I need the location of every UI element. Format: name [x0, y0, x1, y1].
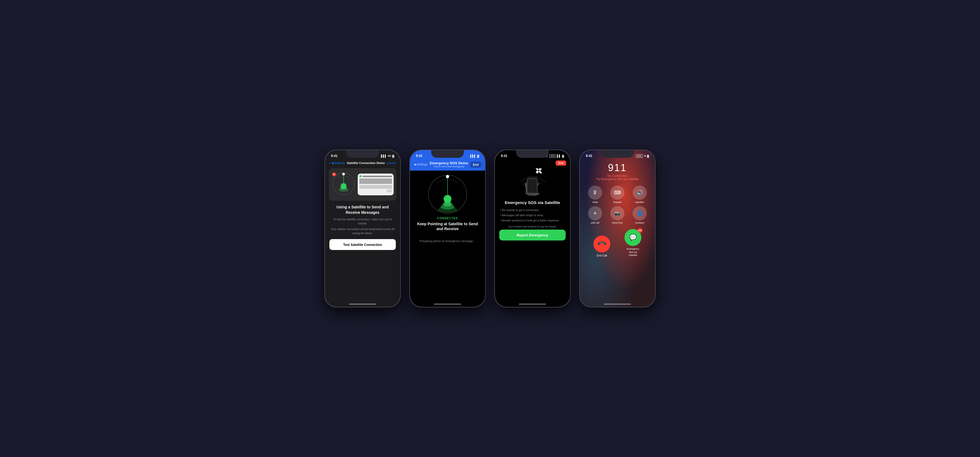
signal-icon: ▌▌▌	[381, 154, 387, 157]
location-icon: ▲	[546, 154, 548, 157]
cancel-button[interactable]: Cancel	[387, 161, 396, 165]
time-2: 9:41	[416, 154, 423, 158]
demo-card: ✕	[329, 168, 396, 201]
keypad-control[interactable]: ⌨ keypad	[608, 186, 627, 203]
time-4: 9:41	[586, 154, 592, 158]
bullets-area: • Be outside to get a connection. • Mess…	[495, 208, 570, 222]
mockup-top	[360, 175, 392, 177]
sos-circle-wrap: 💬 SOS	[624, 229, 641, 246]
back-arrow-icon: ‹	[329, 161, 331, 165]
home-indicator-3	[519, 303, 546, 305]
add-call-icon: +	[588, 206, 602, 221]
connected-label: CONNECTED	[410, 217, 485, 220]
phone3-title: Emergency SOS via Satellite	[499, 200, 566, 205]
contacts-label: contacts	[635, 221, 644, 224]
status-bar-4: 9:41 SOS ✕ ▓	[580, 150, 655, 160]
phone-side-btn	[485, 188, 486, 207]
back-label: ◀ Settings	[331, 161, 345, 165]
mute-control[interactable]: 🎙 mute	[585, 186, 605, 203]
svg-point-7	[446, 175, 449, 178]
battery-icon-4: ▓	[647, 154, 649, 157]
end-button-3[interactable]: End	[555, 160, 566, 166]
network-badge: 5G	[388, 154, 391, 157]
end-btn-area: End	[495, 160, 570, 166]
signal-x-icon: ✕	[644, 154, 646, 157]
signal-icon-2: ▌▌▌	[470, 154, 476, 157]
screen-2: 9:41 ▌▌▌ ▓ ◀ Settings Emergency SOS Demo…	[410, 150, 485, 307]
contacts-icon: 👤	[633, 206, 647, 221]
satellite-circle: ✕	[332, 172, 356, 197]
speaker-label: speaker	[635, 201, 644, 203]
end-button-2[interactable]: End	[470, 162, 481, 168]
text-section-1: Using a Satellite to Send and Receive Me…	[325, 202, 400, 236]
svg-rect-13	[528, 179, 536, 194]
sos-icon: SOS	[549, 154, 556, 158]
mute-icon: 🎙	[588, 186, 602, 200]
add-call-control[interactable]: + add call	[585, 206, 605, 224]
try-satellite-label: Try Emergency Text via Satellite	[580, 177, 655, 181]
contacts-control[interactable]: 👤 contacts	[630, 206, 649, 224]
screen-4: 9:41 SOS ✕ ▓ 911 No Connection Try Emerg…	[580, 150, 655, 307]
status-bar-3: 9:41 ▲ SOS ▌▌ ▓	[495, 150, 570, 160]
scene: 9:41 ▌▌▌ 5G ▓ ‹ ◀ Settings Satellite Con…	[313, 139, 667, 318]
phone1-body1: To test the satellite connection, make s…	[329, 217, 396, 225]
time-1: 9:41	[331, 154, 337, 158]
emergency-title-area: Emergency SOS Demo This is not a real em…	[428, 161, 470, 168]
speaker-control[interactable]: 🔊 speaker	[630, 186, 649, 203]
blue-header: 9:41 ▌▌▌ ▓ ◀ Settings Emergency SOS Demo…	[410, 150, 485, 171]
status-bar-2: 9:41 ▌▌▌ ▓	[410, 150, 485, 160]
call-number: 911	[580, 162, 655, 173]
end-call-button[interactable]: 📞 End Call	[593, 236, 610, 257]
bar	[362, 176, 392, 177]
call-controls: 🎙 mute ⌨ keypad 🔊 speaker + add call	[580, 181, 655, 227]
back-button[interactable]: ‹ ◀ Settings	[329, 161, 345, 165]
phone2-sub: Preparing demo of emergency message...	[414, 240, 481, 243]
facetime-label: FaceTime	[612, 221, 623, 224]
facetime-icon: 📷	[610, 206, 624, 221]
bullet-3: • Answer questions to help get a faster …	[500, 219, 565, 222]
hand-satellite-svg	[515, 168, 550, 198]
back-settings[interactable]: ◀ Settings	[414, 163, 428, 166]
phone-side-btn	[409, 190, 410, 203]
no-connection-label: No Connection	[580, 174, 655, 177]
status-bar-1: 9:41 ▌▌▌ 5G ▓	[325, 150, 400, 160]
close-badge: ✕	[332, 173, 336, 176]
call-number-area: 911 No Connection Try Emergency Text via…	[580, 162, 655, 181]
battery-icon-3: ▓	[562, 154, 564, 157]
location-note: Your location and Medical ID may be shar…	[495, 225, 570, 228]
status-icons-3: ▲ SOS ▌▌ ▓	[546, 154, 564, 158]
phone-side-btn	[570, 188, 571, 207]
report-btn-label: Report Emergency	[517, 233, 548, 237]
sos-badge-icon: SOS	[638, 228, 643, 233]
end-call-icon: 📞	[590, 232, 614, 256]
emergency-sub: This is not a real emergency	[428, 165, 470, 168]
keypad-icon: ⌨	[610, 186, 624, 200]
signal-icon-3: ▌▌	[557, 154, 561, 157]
emergency-bar: ◀ Settings Emergency SOS Demo This is no…	[410, 160, 485, 171]
btn-area	[360, 190, 392, 192]
phone-side-btn	[325, 207, 325, 221]
test-btn-label: Test Satellite Connection	[343, 243, 382, 247]
test-satellite-button[interactable]: Test Satellite Connection	[329, 239, 396, 250]
svg-point-6	[445, 196, 450, 202]
speaker-icon: 🔊	[633, 186, 647, 200]
emergency-title: Emergency SOS Demo	[428, 161, 470, 165]
svg-point-1	[341, 183, 346, 189]
small-btn	[387, 190, 392, 192]
mute-label: mute	[592, 201, 598, 203]
end-call-label: End Call	[597, 254, 607, 257]
phone-side-btn	[494, 177, 495, 186]
home-indicator-4	[604, 303, 631, 305]
sos-label: EmergencyText viaSatellite	[627, 248, 639, 257]
sos-satellite-button[interactable]: 💬 SOS EmergencyText viaSatellite	[624, 229, 641, 257]
status-icons-1: ▌▌▌ 5G ▓	[381, 154, 394, 157]
facetime-control[interactable]: 📷 FaceTime	[608, 206, 627, 224]
report-emergency-button[interactable]: Report Emergency	[499, 230, 566, 240]
home-indicator-1	[349, 303, 376, 305]
phone1-title: Using a Satellite to Send and Receive Me…	[329, 205, 396, 215]
compass-area	[410, 174, 485, 215]
nav-bar-1: ‹ ◀ Settings Satellite Connection Demo C…	[325, 160, 400, 167]
rect1	[360, 178, 392, 184]
phone-side-btn	[409, 177, 410, 186]
phone-side-btn	[494, 190, 495, 203]
